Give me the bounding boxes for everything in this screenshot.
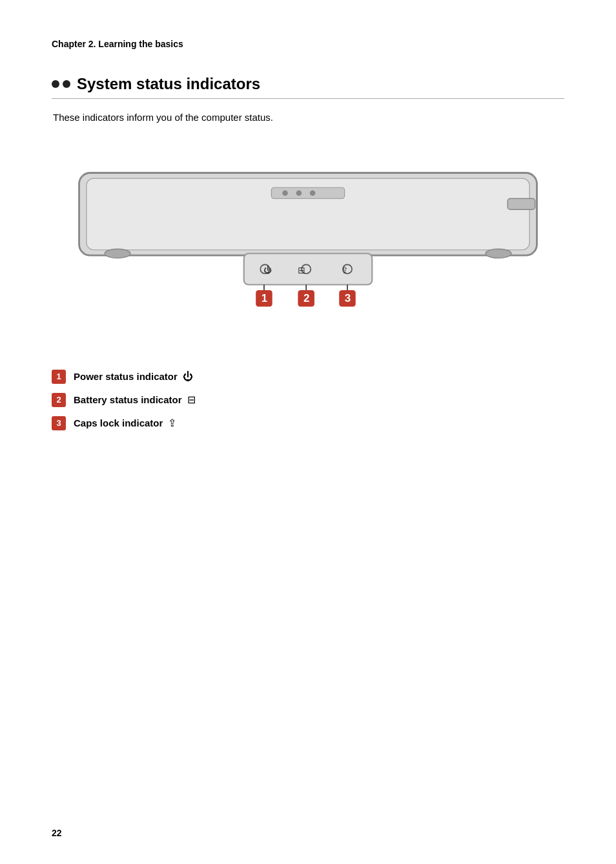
svg-point-3 (282, 190, 288, 196)
svg-text:⇪: ⇪ (341, 265, 349, 275)
laptop-diagram: ⏻ ⊟ ⇪ 1 2 3 (52, 145, 564, 347)
battery-icon: ⊟ (187, 394, 196, 406)
svg-text:⏻: ⏻ (263, 265, 272, 275)
indicator-badge-2: 2 (52, 393, 66, 407)
page: Chapter 2. Learning the basics System st… (0, 0, 616, 478)
svg-text:2: 2 (303, 292, 309, 304)
chapter-heading: Chapter 2. Learning the basics (52, 39, 564, 49)
section-description: These indicators inform you of the compu… (53, 112, 564, 123)
svg-text:3: 3 (345, 292, 351, 304)
section-dots (52, 80, 70, 88)
power-icon: ⏻ (183, 371, 193, 383)
dot-2 (63, 80, 70, 88)
svg-rect-6 (508, 198, 535, 209)
section-title-row: System status indicators (52, 75, 564, 99)
svg-point-8 (486, 249, 511, 258)
indicator-item-3: 3 Caps lock indicator ⇪ (52, 416, 564, 430)
indicator-label-3: Caps lock indicator (74, 417, 163, 428)
svg-point-5 (310, 190, 316, 196)
indicator-list: 1 Power status indicator ⏻ 2 Battery sta… (52, 370, 564, 430)
diagram-container: ⏻ ⊟ ⇪ 1 2 3 (52, 145, 564, 347)
capslock-icon: ⇪ (168, 417, 176, 429)
svg-text:⊟: ⊟ (298, 265, 305, 275)
svg-point-4 (296, 190, 302, 196)
page-number: 22 (52, 828, 62, 838)
indicator-label-2: Battery status indicator (74, 394, 182, 405)
indicator-label-1: Power status indicator (74, 371, 178, 382)
section-title: System status indicators (77, 75, 260, 93)
indicator-item-2: 2 Battery status indicator ⊟ (52, 393, 564, 407)
dot-1 (52, 80, 59, 88)
indicator-badge-1: 1 (52, 370, 66, 384)
indicator-item-1: 1 Power status indicator ⏻ (52, 370, 564, 384)
indicator-badge-3: 3 (52, 416, 66, 430)
svg-text:1: 1 (262, 292, 267, 304)
svg-point-7 (105, 249, 130, 258)
